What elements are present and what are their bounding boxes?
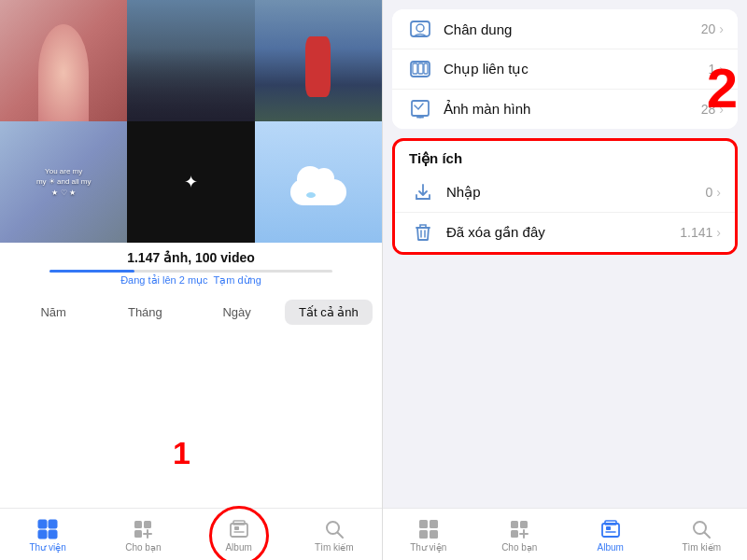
tab-ngay[interactable]: Ngày [193, 300, 281, 325]
nav-album[interactable]: Album [191, 514, 287, 556]
right-nav-cho-ban-label: Cho bạn [501, 542, 537, 553]
right-nav-cho-ban[interactable]: Cho bạn [474, 514, 566, 556]
nav-thu-vien[interactable]: Thư viện [0, 514, 95, 556]
trash-icon [409, 222, 437, 243]
nav-album-label: Album [225, 542, 251, 553]
chup-lien-tuc-name: Chụp liên tục [444, 61, 709, 77]
right-album-icon [599, 518, 622, 540]
photo-cell-rocks [127, 0, 254, 121]
nav-cho-ban-label: Cho bạn [125, 542, 161, 553]
tab-buttons: Năm Tháng Ngày Tất cả ảnh [0, 296, 382, 329]
chan-dung-name: Chân dung [444, 21, 701, 37]
album-item-chup-lien-tuc[interactable]: Chụp liên tục 1 › [392, 49, 738, 90]
stats-count: 1.147 ảnh, 100 video [14, 250, 368, 265]
svg-rect-9 [234, 526, 239, 530]
svg-rect-25 [430, 520, 438, 528]
for-you-icon [132, 518, 154, 540]
nhap-count: 0 [706, 185, 713, 200]
album-item-anh-man-hinh[interactable]: Ảnh màn hình 28 › [392, 90, 738, 129]
svg-line-36 [705, 533, 711, 539]
svg-rect-7 [231, 524, 247, 537]
chan-dung-count: 20 [701, 21, 716, 36]
top-album-list: Chân dung 20 › Chụp liên tục 1 › [392, 9, 738, 129]
svg-rect-0 [38, 520, 47, 528]
svg-rect-18 [424, 63, 428, 74]
burst-icon [406, 59, 434, 79]
tab-thang[interactable]: Tháng [101, 300, 189, 325]
svg-rect-24 [419, 520, 428, 528]
nav-tim-kiem-label: Tìm kiếm [315, 542, 354, 553]
nhap-name: Nhập [446, 184, 706, 201]
photo-cell-cloud [255, 121, 382, 243]
svg-rect-26 [419, 530, 428, 539]
svg-rect-17 [418, 63, 423, 74]
progress-bar-fill [49, 270, 134, 273]
svg-point-14 [416, 24, 424, 32]
svg-rect-4 [134, 521, 142, 528]
screenshot-icon [406, 99, 434, 119]
album-icon [228, 518, 250, 540]
photo-grid: You are mymy ☀ and all my★ ♡ ★ ✦ [0, 0, 382, 243]
svg-rect-29 [520, 521, 528, 528]
da-xoa-name: Đã xóa gần đây [446, 224, 680, 241]
right-nav-tim-kiem[interactable]: Tìm kiếm [656, 514, 748, 556]
chup-lien-tuc-count: 1 [709, 62, 716, 77]
library-icon [36, 518, 59, 540]
album-item-nhap[interactable]: Nhập 0 › [395, 173, 735, 213]
stats-area: 1.147 ảnh, 100 video Đang tải lên 2 mục … [0, 243, 382, 296]
album-item-chan-dung[interactable]: Chân dung 20 › [392, 9, 738, 49]
upload-status: Đang tải lên 2 mục Tạm dừng [14, 274, 368, 287]
tien-ich-header: Tiện ích [395, 141, 735, 173]
right-panel: Chân dung 20 › Chụp liên tục 1 › [383, 0, 747, 560]
right-search-icon [690, 518, 712, 540]
left-panel: You are mymy ☀ and all my★ ♡ ★ ✦ 1.147 ả… [0, 0, 383, 560]
svg-rect-16 [413, 63, 417, 74]
upload-pause-link[interactable]: Tạm dừng [214, 274, 261, 286]
svg-rect-5 [144, 521, 151, 528]
right-nav-thu-vien-label: Thư viện [410, 542, 446, 553]
anh-man-hinh-chevron: › [719, 102, 724, 117]
photo-cell-red-dress [255, 0, 382, 121]
right-nav-thu-vien[interactable]: Thư viện [383, 514, 474, 556]
nav-tim-kiem[interactable]: Tìm kiếm [287, 514, 382, 556]
portrait-icon [406, 19, 434, 39]
right-nav-tim-kiem-label: Tìm kiếm [682, 542, 721, 553]
svg-rect-30 [511, 530, 518, 538]
chup-lien-tuc-chevron: › [719, 62, 724, 77]
svg-rect-33 [606, 526, 611, 530]
right-for-you-icon [508, 518, 530, 540]
svg-rect-8 [233, 521, 245, 525]
right-nav-album[interactable]: Album [565, 514, 656, 556]
da-xoa-count: 1.141 [680, 225, 712, 240]
tab-nam[interactable]: Năm [9, 300, 97, 325]
svg-rect-31 [602, 524, 619, 537]
photo-cell-space: ✦ [127, 121, 254, 243]
import-icon [409, 182, 437, 203]
svg-rect-27 [430, 530, 438, 539]
svg-line-12 [337, 533, 343, 539]
right-library-icon [417, 518, 440, 540]
svg-rect-32 [605, 521, 616, 525]
svg-rect-1 [49, 520, 57, 528]
chan-dung-chevron: › [719, 21, 724, 36]
svg-rect-19 [412, 101, 429, 116]
left-bottom-nav: Thư viện Cho bạn [0, 508, 382, 560]
nav-cho-ban[interactable]: Cho bạn [95, 514, 190, 556]
svg-rect-2 [38, 530, 47, 539]
nav-thu-vien-label: Thư viện [30, 542, 66, 553]
photo-cell-girl [0, 0, 127, 121]
progress-bar-container [49, 270, 332, 273]
right-bottom-nav: Thư viện Cho bạn [383, 508, 747, 560]
album-item-da-xoa[interactable]: Đã xóa gần đây 1.141 › [395, 213, 735, 252]
svg-rect-3 [49, 530, 57, 539]
nhap-chevron: › [716, 185, 721, 200]
anh-man-hinh-name: Ảnh màn hình [444, 101, 701, 118]
search-icon [323, 518, 345, 540]
anh-man-hinh-count: 28 [701, 102, 716, 117]
right-panel-wrapper: Chân dung 20 › Chụp liên tục 1 › [383, 0, 747, 560]
photo-cell-quote: You are mymy ☀ and all my★ ♡ ★ [0, 121, 127, 243]
svg-rect-28 [511, 521, 518, 528]
da-xoa-chevron: › [716, 225, 721, 240]
tab-tatcanh[interactable]: Tất cả ảnh [285, 300, 373, 325]
tien-ich-section: Tiện ích Nhập 0 › [392, 138, 738, 255]
